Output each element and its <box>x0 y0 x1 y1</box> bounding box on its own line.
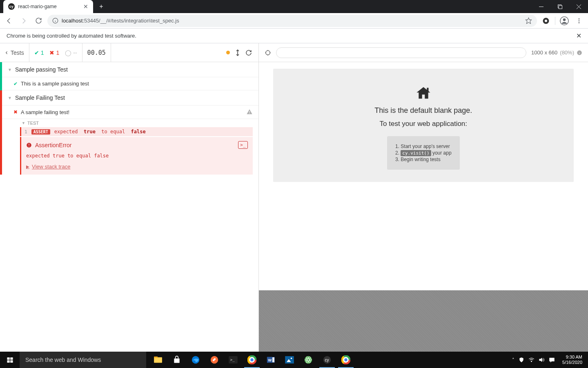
chrome-menu-icon[interactable] <box>573 15 585 27</box>
info-icon <box>577 50 582 56</box>
command-row-assert[interactable]: 1 ASSERT expected true to equal false <box>20 127 253 136</box>
caret-down-icon: ▼ <box>22 121 25 125</box>
step-2: cy.visit() your app <box>395 150 452 156</box>
automation-banner: Chrome is being controlled by automated … <box>0 29 588 43</box>
test-list: ▼ Sample passing Test ✔ This is a sample… <box>0 62 258 352</box>
error-icon <box>26 142 32 148</box>
aut-preview: This is the default blank page. To test … <box>259 62 588 290</box>
bookmark-star-icon[interactable] <box>525 17 532 24</box>
view-stack-trace-link[interactable]: ▶ View stack trace <box>26 164 248 170</box>
blank-page-subtitle: To test your web application: <box>380 120 468 128</box>
minimize-button[interactable] <box>532 0 550 13</box>
error-header: AssertionError >_ <box>21 137 253 153</box>
cross-icon: ✖ <box>13 109 18 115</box>
assert-badge: ASSERT <box>31 129 50 135</box>
tests-back-button[interactable]: Tests <box>0 43 29 62</box>
steps-box: Start your app's server cy.visit() your … <box>387 136 460 170</box>
site-info-icon[interactable] <box>52 18 58 24</box>
status-dot-icon <box>226 51 230 54</box>
test-body-label: ▼ TEST <box>2 119 258 127</box>
svg-point-12 <box>563 18 566 21</box>
aut-panel: 1000 x 660 (80%) This is the default bla… <box>259 43 588 352</box>
suite-title: Sample Failing Test <box>15 94 65 101</box>
reporter-controls <box>220 49 258 56</box>
passed-stat: ✔ 1 <box>34 49 44 56</box>
caret-down-icon: ▼ <box>8 67 12 72</box>
check-icon: ✔ <box>13 81 18 87</box>
chrome-titlebar: cy react-mario-game ✕ + <box>0 0 588 13</box>
browser-tab[interactable]: cy react-mario-game ✕ <box>3 0 93 13</box>
pending-stat: ◯ -- <box>65 49 77 56</box>
svg-rect-18 <box>249 113 249 114</box>
forward-button[interactable] <box>18 15 29 27</box>
command-number: 1 <box>24 129 27 135</box>
close-tab-icon[interactable]: ✕ <box>83 3 88 10</box>
test-title: This is a sample passing test <box>21 81 89 87</box>
svg-point-21 <box>29 146 29 147</box>
open-in-ide-icon[interactable]: >_ <box>238 141 247 149</box>
error-title: AssertionError <box>35 142 71 148</box>
step-3: Begin writing tests <box>395 157 452 162</box>
home-icon <box>415 85 432 101</box>
error-box: AssertionError >_ expected true to equal… <box>20 137 253 175</box>
warning-icon <box>246 109 253 115</box>
new-tab-button[interactable]: + <box>96 1 107 12</box>
svg-point-15 <box>579 22 580 23</box>
viewport-info[interactable]: 1000 x 660 (80%) <box>531 49 582 56</box>
step-2-code: cy.visit() <box>401 150 431 156</box>
svg-rect-30 <box>427 88 428 91</box>
timer: 00.05 <box>82 43 111 62</box>
test-stats: ✔ 1 ✖ 1 ◯ -- <box>29 43 82 62</box>
close-banner-icon[interactable]: ✕ <box>576 32 581 40</box>
test-item-passing[interactable]: ✔ This is a sample passing test <box>2 77 258 90</box>
aut-url-display[interactable] <box>276 47 526 58</box>
maximize-button[interactable] <box>550 0 569 13</box>
chevron-left-icon <box>5 50 9 56</box>
caret-right-icon: ▶ <box>26 164 29 169</box>
close-window-button[interactable] <box>569 0 588 13</box>
command-message: expected true to equal false <box>54 129 146 135</box>
error-message: expected true to equal false <box>26 153 248 159</box>
reporter-header: Tests ✔ 1 ✖ 1 ◯ -- 00.05 <box>0 43 258 62</box>
separator <box>555 17 555 25</box>
suite-title: Sample passing Test <box>15 66 68 73</box>
tab-title: react-mario-game <box>18 4 57 9</box>
aut-header: 1000 x 660 (80%) <box>259 43 588 62</box>
svg-rect-17 <box>249 111 249 112</box>
svg-point-14 <box>579 20 580 21</box>
suite-passing: ▼ Sample passing Test ✔ This is a sample… <box>0 62 258 90</box>
test-title: A sample failing test! <box>21 109 69 115</box>
address-bar[interactable]: localhost:53445/__/#/tests/integration\t… <box>47 15 537 27</box>
automation-banner-text: Chrome is being controlled by automated … <box>7 33 136 39</box>
auto-scroll-toggle[interactable] <box>236 49 240 56</box>
tests-label: Tests <box>11 49 24 56</box>
cypress-extension-icon[interactable] <box>540 15 552 27</box>
step-1: Start your app's server <box>395 144 452 149</box>
blank-page-title: This is the default blank page. <box>374 106 472 115</box>
url-text: localhost:53445/__/#/tests/integration\t… <box>62 18 179 24</box>
svg-marker-8 <box>526 18 531 23</box>
svg-point-22 <box>265 50 270 55</box>
failed-stat: ✖ 1 <box>49 49 59 56</box>
blank-page: This is the default blank page. To test … <box>273 69 574 182</box>
suite-failing: ▼ Sample Failing Test ✖ A sample failing… <box>0 90 258 175</box>
svg-point-10 <box>545 20 547 22</box>
cypress-runner: Tests ✔ 1 ✖ 1 ◯ -- 00.05 ▼ Sample passin… <box>0 43 588 352</box>
rerun-button[interactable] <box>245 49 252 56</box>
chrome-toolbar: localhost:53445/__/#/tests/integration\t… <box>0 13 588 29</box>
svg-rect-2 <box>559 5 562 9</box>
caret-down-icon: ▼ <box>8 96 12 100</box>
suite-header-failing[interactable]: ▼ Sample Failing Test <box>2 90 258 105</box>
test-item-failing[interactable]: ✖ A sample failing test! <box>2 105 258 119</box>
reporter-panel: Tests ✔ 1 ✖ 1 ◯ -- 00.05 ▼ Sample passin… <box>0 43 259 352</box>
cypress-favicon: cy <box>8 3 15 10</box>
profile-icon[interactable] <box>559 15 570 27</box>
selector-playground-button[interactable] <box>265 49 271 56</box>
aut-overflow-area <box>259 290 588 352</box>
reload-button[interactable] <box>33 15 44 27</box>
suite-header-passing[interactable]: ▼ Sample passing Test <box>2 62 258 77</box>
window-controls <box>532 0 588 13</box>
svg-point-13 <box>579 18 580 20</box>
back-button[interactable] <box>3 15 15 27</box>
